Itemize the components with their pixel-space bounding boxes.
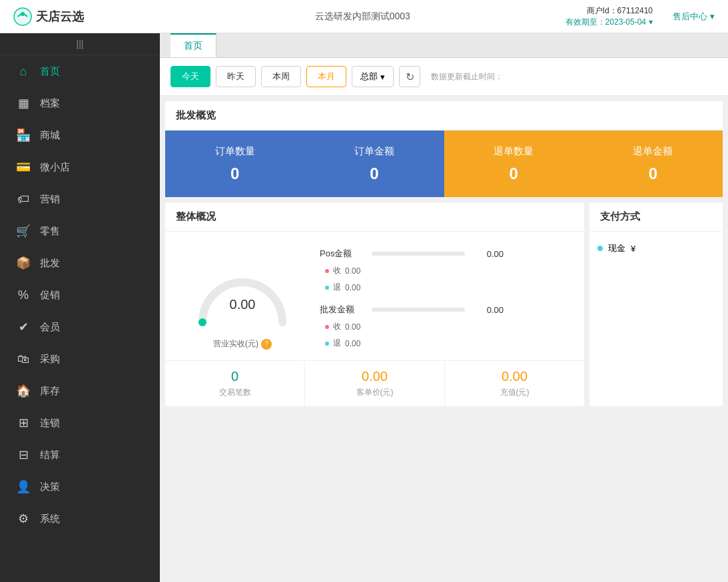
sidebar-item-label: 库存 xyxy=(40,385,60,398)
wholesale-overview-title: 批发概览 xyxy=(165,101,723,131)
card-order-count-label: 订单数量 xyxy=(215,145,255,158)
card-return-count-label: 退单数量 xyxy=(494,145,534,158)
service-center[interactable]: 售后中心 ▾ xyxy=(673,11,715,23)
sidebar-item-member[interactable]: ✔ 会员 xyxy=(0,311,160,343)
sidebar-item-marketing[interactable]: 🏷 营销 xyxy=(0,183,160,215)
purchase-icon: 🛍 xyxy=(16,352,31,366)
tab-home[interactable]: 首页 xyxy=(171,33,216,57)
sidebar-item-label: 商城 xyxy=(40,129,60,142)
dropdown-arrow-icon[interactable]: ▾ xyxy=(649,17,653,27)
sidebar-item-ministore[interactable]: 💳 微小店 xyxy=(0,151,160,183)
sidebar-item-label: 采购 xyxy=(40,353,60,366)
chain-icon: ⊞ xyxy=(16,416,31,430)
card-return-count-value: 0 xyxy=(509,164,518,183)
payment-section: 支付方式 现金 ¥ xyxy=(589,202,723,406)
card-order-amount-value: 0 xyxy=(370,164,378,183)
content-area: 首页 今天 昨天 本周 本月 总部 ▾ ↻ 数据更新截止时间： 批发概览 订单数… xyxy=(160,33,728,582)
cash-dot xyxy=(597,246,603,251)
pos-amount-row: Pos金额 0.00 xyxy=(320,248,573,260)
overview-cards: 订单数量 0 订单金额 0 退单数量 0 退单金额 0 xyxy=(165,131,723,197)
logo-icon xyxy=(13,7,32,26)
filter-yesterday[interactable]: 昨天 xyxy=(216,66,256,87)
return-dot xyxy=(325,286,329,290)
sidebar-item-label: 结算 xyxy=(40,449,60,461)
wholesale-receive-row: 收 0.00 xyxy=(320,321,573,332)
recharge-label: 充值(元) xyxy=(453,387,576,398)
wholesale-amount-row: 批发金额 0.00 xyxy=(320,304,573,316)
recharge-value: 0.00 xyxy=(453,369,576,384)
sidebar-item-home[interactable]: ⌂ 首页 xyxy=(0,55,160,87)
filter-this-week[interactable]: 本周 xyxy=(261,66,301,87)
update-time-label: 数据更新截止时间： xyxy=(431,71,503,83)
sidebar: ||| ⌂ 首页 ▦ 档案 🏪 商城 💳 微小店 🏷 营销 🛒 零售 📦 批发 xyxy=(0,33,160,582)
w-return-dot xyxy=(325,342,329,346)
home-icon: ⌂ xyxy=(16,64,31,79)
archive-icon: ▦ xyxy=(16,96,31,111)
sidebar-item-label: 会员 xyxy=(40,321,60,334)
sidebar-item-inventory[interactable]: 🏠 库存 xyxy=(0,375,160,407)
payment-title: 支付方式 xyxy=(589,202,723,232)
validity: 有效期至：2023-05-04 ▾ xyxy=(565,17,653,28)
app-name: 云选研发内部测试0003 xyxy=(160,11,565,23)
help-icon[interactable]: ? xyxy=(261,339,272,350)
cash-value: ¥ xyxy=(631,244,635,254)
pos-label: Pos金额 xyxy=(320,248,366,260)
sidebar-item-purchase[interactable]: 🛍 采购 xyxy=(0,343,160,375)
pos-return-row: 退 0.00 xyxy=(320,282,573,293)
refresh-button[interactable]: ↻ xyxy=(399,66,420,87)
sidebar-item-label: 系统 xyxy=(40,513,60,525)
sidebar-item-promotion[interactable]: % 促销 xyxy=(0,279,160,311)
wholesale-return-row: 退 0.00 xyxy=(320,338,573,349)
wholesale-value: 0.00 xyxy=(470,305,504,315)
sidebar-item-label: 营销 xyxy=(40,193,60,206)
logo-text: 天店云选 xyxy=(36,9,84,25)
metric-recharge: 0.00 充值(元) xyxy=(445,361,584,406)
metric-avg-order: 0.00 客单价(元) xyxy=(305,361,445,406)
service-dropdown-icon: ▾ xyxy=(710,11,715,21)
header: 天店云选 云选研发内部测试0003 商户Id：67112410 有效期至：202… xyxy=(0,0,728,33)
sidebar-item-mall[interactable]: 🏪 商城 xyxy=(0,119,160,151)
sidebar-item-label: 决策 xyxy=(40,481,60,493)
sidebar-item-wholesale[interactable]: 📦 批发 xyxy=(0,247,160,279)
main-layout: ||| ⌂ 首页 ▦ 档案 🏪 商城 💳 微小店 🏷 营销 🛒 零售 📦 批发 xyxy=(0,33,728,582)
mall-icon: 🏪 xyxy=(16,128,31,143)
pos-return-value: 0.00 xyxy=(345,283,360,292)
sidebar-item-label: 连锁 xyxy=(40,417,60,430)
sidebar-item-label: 促销 xyxy=(40,289,60,302)
inventory-icon: 🏠 xyxy=(16,384,31,398)
payment-body: 现金 ¥ xyxy=(589,232,723,265)
gauge-label: 营业实收(元) ? xyxy=(213,338,272,350)
sidebar-item-decision[interactable]: 👤 决策 xyxy=(0,471,160,503)
sidebar-item-system[interactable]: ⚙ 系统 xyxy=(0,503,160,535)
sidebar-item-label: 零售 xyxy=(40,225,60,238)
pos-receive-row: 收 0.00 xyxy=(320,265,573,276)
wholesale-label: 批发金额 xyxy=(320,304,366,316)
overall-section: 整体概况 0.00 营业实收(元) xyxy=(165,202,584,406)
sidebar-item-settlement[interactable]: ⊟ 结算 xyxy=(0,439,160,471)
filter-today[interactable]: 今天 xyxy=(171,66,210,87)
merchant-info: 商户Id：67112410 有效期至：2023-05-04 ▾ xyxy=(565,5,653,28)
card-order-count-value: 0 xyxy=(230,164,239,183)
receive-dot xyxy=(325,269,329,273)
card-order-amount: 订单金额 0 xyxy=(304,131,444,197)
sidebar-collapse-btn[interactable]: ||| xyxy=(0,33,160,55)
wholesale-receive-value: 0.00 xyxy=(345,322,360,332)
member-icon: ✔ xyxy=(16,320,31,334)
marketing-icon: 🏷 xyxy=(16,192,31,206)
retail-icon: 🛒 xyxy=(16,224,31,238)
sidebar-item-retail[interactable]: 🛒 零售 xyxy=(0,215,160,247)
wholesale-icon: 📦 xyxy=(16,256,31,270)
sidebar-item-archive[interactable]: ▦ 档案 xyxy=(0,87,160,119)
select-arrow-icon: ▾ xyxy=(380,72,385,82)
filter-this-month[interactable]: 本月 xyxy=(306,66,346,87)
card-return-amount-label: 退单金额 xyxy=(633,145,673,158)
svg-point-0 xyxy=(14,8,31,25)
department-select[interactable]: 总部 ▾ xyxy=(352,66,394,87)
transactions-label: 交易笔数 xyxy=(173,387,296,398)
sidebar-item-chain[interactable]: ⊞ 连锁 xyxy=(0,407,160,439)
metric-transactions: 0 交易笔数 xyxy=(165,361,305,406)
svg-point-1 xyxy=(21,12,25,16)
card-return-count: 退单数量 0 xyxy=(444,131,583,197)
avg-order-label: 客单价(元) xyxy=(313,387,436,398)
sidebar-item-label: 微小店 xyxy=(40,161,70,174)
